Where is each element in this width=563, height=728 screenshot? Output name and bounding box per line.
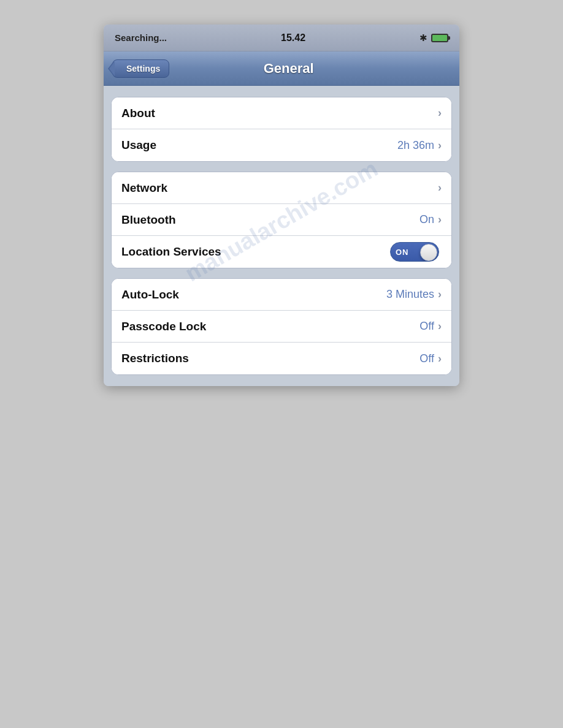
- about-row[interactable]: About ›: [112, 97, 451, 129]
- passcode-value: Off: [419, 320, 434, 333]
- status-bar: Searching... 15.42 ✱: [104, 25, 459, 51]
- content-wrapper: About › Usage 2h 36m › Network › Bluetoo…: [104, 86, 459, 386]
- settings-group-2: Network › Bluetooth On › Location Servic…: [111, 172, 452, 268]
- location-toggle-container: ON: [390, 242, 439, 262]
- network-label: Network: [121, 181, 438, 195]
- status-icons: ✱: [419, 32, 448, 44]
- autolock-row[interactable]: Auto-Lock 3 Minutes ›: [112, 279, 451, 311]
- nav-bar: Settings General: [104, 51, 459, 86]
- settings-group-1: About › Usage 2h 36m ›: [111, 97, 452, 162]
- usage-chevron: ›: [438, 139, 442, 152]
- settings-group-3: Auto-Lock 3 Minutes › Passcode Lock Off …: [111, 278, 452, 375]
- passcode-label: Passcode Lock: [121, 320, 419, 333]
- location-label: Location Services: [121, 245, 390, 259]
- about-chevron: ›: [438, 107, 442, 119]
- autolock-label: Auto-Lock: [121, 288, 386, 301]
- restrictions-row[interactable]: Restrictions Off ›: [112, 343, 451, 374]
- passcode-row[interactable]: Passcode Lock Off ›: [112, 311, 451, 343]
- bluetooth-row[interactable]: Bluetooth On ›: [112, 204, 451, 236]
- usage-row[interactable]: Usage 2h 36m ›: [112, 129, 451, 161]
- bluetooth-chevron: ›: [438, 213, 442, 226]
- battery-icon: [431, 34, 448, 42]
- settings-content: About › Usage 2h 36m › Network › Bluetoo…: [104, 86, 459, 386]
- bluetooth-icon: ✱: [419, 32, 427, 44]
- signal-status: Searching...: [115, 32, 167, 43]
- about-label: About: [121, 107, 438, 120]
- network-row[interactable]: Network ›: [112, 172, 451, 204]
- page-title: General: [169, 61, 408, 77]
- bluetooth-label: Bluetooth: [121, 213, 419, 227]
- restrictions-value: Off: [419, 352, 434, 365]
- toggle-thumb: [420, 244, 437, 261]
- usage-label: Usage: [121, 138, 397, 152]
- location-row[interactable]: Location Services ON: [112, 236, 451, 268]
- network-chevron: ›: [438, 181, 442, 194]
- back-button[interactable]: Settings: [112, 59, 169, 78]
- restrictions-chevron: ›: [438, 352, 442, 365]
- phone-frame: Searching... 15.42 ✱ Settings General Ab…: [104, 25, 459, 386]
- restrictions-label: Restrictions: [121, 352, 419, 365]
- usage-value: 2h 36m: [397, 139, 434, 152]
- time-display: 15.42: [281, 32, 305, 44]
- location-toggle[interactable]: ON: [390, 242, 439, 262]
- bluetooth-value: On: [419, 213, 434, 226]
- passcode-chevron: ›: [438, 320, 442, 333]
- autolock-value: 3 Minutes: [386, 288, 434, 301]
- toggle-on-label: ON: [396, 248, 409, 257]
- autolock-chevron: ›: [438, 288, 442, 301]
